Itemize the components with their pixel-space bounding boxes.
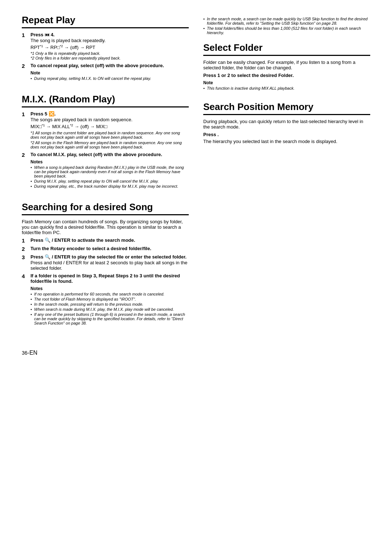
- step-desc: The songs are played back in random sequ…: [30, 117, 189, 122]
- section-mix-random: M.I.X. (Random Play) 1 Press 5 🔀. The so…: [22, 94, 189, 192]
- note-item: During M.I.X. play, setting repeat play …: [30, 179, 189, 183]
- right-column: In the search mode, a search can be made…: [203, 15, 370, 357]
- section-title-select-folder: Select Folder: [203, 42, 370, 56]
- step-label: Press 🔍 / ENTER to activate the search m…: [30, 237, 189, 243]
- footnotes: *1 Only a file is repeatedly played back…: [30, 51, 189, 60]
- step-num: 1: [22, 111, 28, 149]
- note-block: Notes If no operation is performed for 6…: [30, 286, 189, 325]
- step-2-mix: 2 To cancel M.I.X. play, select (off) wi…: [22, 152, 189, 191]
- footnotes: *1 All songs in the current folder are p…: [30, 131, 189, 149]
- note-item: The total folders/files should be less t…: [203, 26, 370, 35]
- intro-text: Folder can be easily changed. For exampl…: [203, 60, 370, 70]
- step-1-mix: 1 Press 5 🔀. The songs are played back i…: [22, 111, 189, 149]
- section-title-search-position: Search Position Memory: [203, 101, 370, 115]
- note-item: During repeat play, etc., the track numb…: [30, 184, 189, 188]
- sequence: RPT*1 → RP□*2 → (off) → RPT: [30, 44, 189, 50]
- section-title-repeat-play: Repeat Play: [22, 15, 189, 28]
- step-3-search: 3 Press 🔍 / ENTER to play the selected f…: [22, 254, 189, 271]
- note-item: If no operation is performed for 60 seco…: [30, 292, 189, 296]
- note-label: Note: [203, 80, 370, 85]
- note-label: Notes: [30, 286, 189, 291]
- step-content: Press 🔍 / ENTER to activate the search m…: [30, 237, 189, 244]
- footnote-item: *2 Only files in a folder are repeatedly…: [30, 56, 189, 60]
- section-searching: Searching for a desired Song Flash Memor…: [22, 201, 189, 330]
- step-label: If a folder is opened in Step 3, Repeat …: [30, 273, 189, 284]
- note-label: Note: [30, 70, 189, 76]
- note-item: When search is made during M.I.X. play, …: [30, 307, 189, 311]
- press-label: Press 1 or 2 to select the desired Folde…: [203, 73, 370, 78]
- footnote-text: *1 Only a file is repeatedly played back…: [30, 51, 101, 56]
- step-1-repeat: 1 Press ⏮ 4. The song is played back rep…: [22, 32, 189, 61]
- section-title-searching: Searching for a desired Song: [22, 201, 189, 215]
- step-content: Press 🔍 / ENTER to play the selected fil…: [30, 254, 189, 271]
- step-label: Press ⏮ 4.: [30, 32, 189, 37]
- section-repeat-play: Repeat Play 1 Press ⏮ 4. The song is pla…: [22, 15, 189, 85]
- step-content: To cancel M.I.X. play, select (off) with…: [30, 152, 189, 191]
- note-item: In the search mode, pressing will return…: [30, 302, 189, 306]
- footnote-text: *2 Only files in a folder are repeatedly…: [30, 56, 121, 60]
- step-desc: Press and hold / ENTER for at least 2 se…: [30, 260, 189, 271]
- footnote-text: *1 All songs in the current folder are p…: [30, 131, 189, 139]
- step-num: 2: [22, 246, 28, 252]
- step-label: Turn the Rotary encoder to select a desi…: [30, 246, 189, 251]
- note-item: If any one of the preset buttons (1 thro…: [30, 312, 189, 325]
- step-content: Turn the Rotary encoder to select a desi…: [30, 246, 189, 252]
- step-num: 1: [22, 237, 28, 244]
- step-1-search: 1 Press 🔍 / ENTER to activate the search…: [22, 237, 189, 244]
- intro-text: Flash Memory can contain hundreds of son…: [22, 219, 189, 235]
- step-content: To cancel repeat play, select (off) with…: [30, 63, 189, 83]
- press-label: Press .: [203, 132, 370, 137]
- note-item: This function is inactive during MIX ALL…: [203, 86, 370, 90]
- page-layout: Repeat Play 1 Press ⏮ 4. The song is pla…: [22, 15, 370, 357]
- step-content: Press 5 🔀. The songs are played back in …: [30, 111, 189, 149]
- section-select-folder: Select Folder Folder can be easily chang…: [203, 42, 370, 93]
- step-4-search: 4 If a folder is opened in Step 3, Repea…: [22, 273, 189, 327]
- step-desc: The song is played back repeatedly.: [30, 38, 189, 43]
- note-item: In the search mode, a search can be made…: [203, 17, 370, 25]
- footnote-item: *1 Only a file is repeatedly played back…: [30, 51, 189, 56]
- footnote-item: *1 All songs in the current folder are p…: [30, 131, 189, 139]
- sequence: MIX□*1 → MIX ALL*2 → (off) → MIX□: [30, 123, 189, 129]
- step-num: 3: [22, 254, 28, 271]
- step-label: Press 5 🔀.: [30, 111, 189, 117]
- left-column: Repeat Play 1 Press ⏮ 4. The song is pla…: [22, 15, 189, 357]
- note-block: Notes When a song is played back during …: [30, 159, 189, 188]
- note-item: The root folder of Flash Memory is displ…: [30, 297, 189, 301]
- note-item: When a song is played back during Random…: [30, 165, 189, 178]
- step-label: To cancel M.I.X. play, select (off) with…: [30, 152, 189, 157]
- note-block: Note This function is inactive during MI…: [203, 80, 370, 90]
- intro-text: During playback, you can quickly return …: [203, 119, 370, 130]
- note-label: Notes: [30, 159, 189, 164]
- page-suffix: -EN: [28, 350, 38, 356]
- step-num: 1: [22, 32, 28, 61]
- step-label: To cancel repeat play, select (off) with…: [30, 63, 189, 68]
- desc-text: The hierarchy you selected last in the s…: [203, 139, 370, 144]
- note-item: During repeat play, setting M.I.X. to ON…: [30, 76, 189, 81]
- note-block: Note During repeat play, setting M.I.X. …: [30, 70, 189, 81]
- step-2-search: 2 Turn the Rotary encoder to select a de…: [22, 246, 189, 252]
- footnote-text: *2 All songs in the Flash Memory are pla…: [30, 140, 189, 149]
- step-content: If a folder is opened in Step 3, Repeat …: [30, 273, 189, 327]
- step-2-repeat: 2 To cancel repeat play, select (off) wi…: [22, 63, 189, 83]
- step-content: Press ⏮ 4. The song is played back repea…: [30, 32, 189, 61]
- section-search-position: Search Position Memory During playback, …: [203, 101, 370, 146]
- footnote-item: *2 All songs in the Flash Memory are pla…: [30, 140, 189, 149]
- page-number: 36-EN: [22, 346, 189, 357]
- page-num-text: 36: [22, 350, 28, 356]
- section-title-mix: M.I.X. (Random Play): [22, 94, 189, 107]
- step-num: 2: [22, 152, 28, 191]
- step-num: 4: [22, 273, 28, 327]
- top-notes: In the search mode, a search can be made…: [203, 17, 370, 36]
- step-label: Press 🔍 / ENTER to play the selected fil…: [30, 254, 189, 260]
- step-num: 2: [22, 63, 28, 83]
